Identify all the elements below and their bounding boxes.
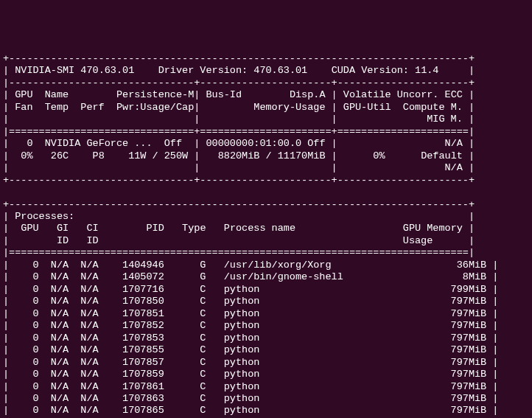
border-top2: +---------------------------------------…: [3, 199, 475, 210]
hdr-gpu-name: GPU Name: [15, 89, 69, 100]
border-top: +---------------------------------------…: [3, 53, 475, 64]
hdr-persistence: Persistence-M: [116, 89, 194, 100]
gpu-mem: 8820MiB / 11170MiB: [218, 150, 326, 161]
gpu-util: 0%: [373, 150, 385, 161]
ph-pid: PID: [146, 223, 164, 234]
gpu-busid: 00000000:01:00.0: [206, 138, 301, 149]
gpu-name: NVIDIA GeForce ...: [45, 138, 153, 149]
hdr-mig: MIG M.: [427, 114, 463, 125]
hdr-ecc: Volatile Uncorr. ECC: [343, 89, 463, 100]
gpu-pwr: 11W / 250W: [128, 150, 188, 161]
eq-sep2: |=======================================…: [3, 247, 475, 258]
gpu-perf: P8: [93, 150, 105, 161]
cuda-label: CUDA Version:: [332, 65, 409, 76]
ph-ci-id: ID: [86, 235, 98, 246]
ph-gpu: GPU: [21, 223, 38, 234]
gpu-fan: 0%: [21, 150, 32, 161]
hdr-pwr: Pwr:Usage/Cap: [116, 102, 194, 113]
eq-sep: |===============================+=======…: [3, 126, 475, 137]
mid-bot: +-------------------------------+-------…: [3, 175, 475, 186]
process-rows: | 0 N/A N/A 1404946 G /usr/lib/xorg/Xorg…: [3, 259, 498, 417]
ph-gi: GI: [57, 223, 69, 234]
ph-procname: Process name: [224, 223, 295, 234]
gpu-index: 0: [27, 138, 32, 149]
ph-gpumem: GPU Memory: [403, 223, 463, 234]
hdr-fan-temp-perf: Fan Temp Perf: [15, 102, 105, 113]
driver-version: 470.63.01: [253, 65, 307, 76]
processes-title: Processes:: [15, 211, 74, 222]
hdr-busid: Bus-Id: [206, 89, 242, 100]
gpu-dispa: Off: [307, 138, 325, 149]
gpu-temp: 26C: [51, 150, 69, 161]
ph-gi-id: ID: [57, 235, 69, 246]
hdr-util-compute: GPU-Util Compute M.: [343, 102, 463, 113]
gpu-ecc: N/A: [445, 138, 463, 149]
smi-version: 470.63.01: [80, 65, 134, 76]
hdr-dispa: Disp.A: [290, 89, 326, 100]
ph-type: Type: [182, 223, 206, 234]
hdr-memusage: Memory-Usage: [253, 102, 325, 113]
header-sep: |-------------------------------+-------…: [3, 77, 475, 88]
smi-label: NVIDIA-SMI: [15, 65, 74, 76]
ph-usage: Usage: [403, 235, 433, 246]
driver-label: Driver Version:: [158, 65, 248, 76]
ph-ci: CI: [86, 223, 98, 234]
gpu-persistence: Off: [164, 138, 182, 149]
gpu-mig: N/A: [445, 162, 463, 173]
gpu-compute: Default: [421, 150, 463, 161]
cuda-version: 11.4: [415, 65, 438, 76]
nvidia-smi-output: +---------------------------------------…: [0, 49, 532, 418]
